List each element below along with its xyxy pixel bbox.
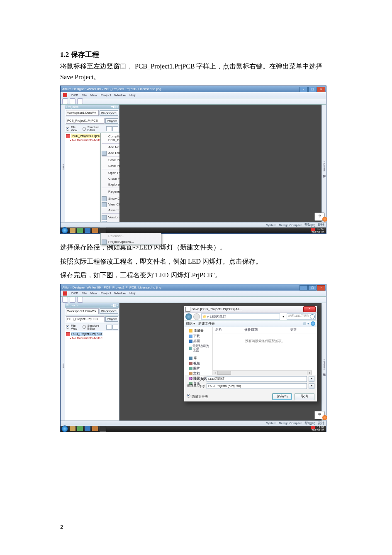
filename-input[interactable]: LED闪烁灯 xyxy=(207,376,307,382)
taskbar-app4-icon[interactable] xyxy=(92,426,98,431)
status-system[interactable]: System xyxy=(266,421,276,425)
col-type[interactable]: 类型 xyxy=(290,328,297,332)
toolbar-save-icon[interactable] xyxy=(77,98,83,104)
menu-help[interactable]: Help xyxy=(129,93,136,97)
side-favorites[interactable]: 收藏夹 xyxy=(193,328,204,333)
nav-back-icon[interactable] xyxy=(185,313,192,320)
status-system[interactable]: System xyxy=(266,223,276,227)
taskbar-altium-icon[interactable] xyxy=(100,426,106,432)
ime-indicator[interactable]: 中 xyxy=(314,411,324,419)
taskbar-word-icon[interactable] xyxy=(85,228,90,233)
workspace-button[interactable]: Workspace xyxy=(100,308,118,314)
taskbar-altium-icon[interactable] xyxy=(100,227,106,233)
help-icon[interactable] xyxy=(311,321,315,326)
radio-structure[interactable] xyxy=(83,325,86,329)
left-dock-strip[interactable]: Files xyxy=(61,303,65,428)
toolbar-open-icon[interactable] xyxy=(70,98,75,104)
menu-project[interactable]: Project xyxy=(101,291,111,295)
dialog-search[interactable]: 搜索 LED闪烁灯 xyxy=(287,313,316,320)
side-downloads[interactable]: 下载 xyxy=(193,334,200,338)
menu-view[interactable]: View xyxy=(90,93,97,97)
toolbar-save-icon[interactable] xyxy=(77,297,83,303)
side-recent[interactable]: 最近访问的位置 xyxy=(192,344,211,352)
menu-dxp[interactable]: DXP xyxy=(71,93,78,97)
system-tray[interactable]: 10:59 2012/11/3 xyxy=(311,227,325,234)
filetype-input[interactable]: PCB Projects (*.PrjPcb) xyxy=(207,383,307,389)
side-picture[interactable]: 图片 xyxy=(193,367,200,371)
scroll-right-icon[interactable]: ▸ xyxy=(307,371,312,375)
right-dock-strip[interactable]: Favorites 剪贴板 xyxy=(321,105,326,229)
dlg-newfolder[interactable]: 新建文件夹 xyxy=(198,322,215,326)
side-library[interactable]: 库 xyxy=(193,356,197,361)
filetype-dropdown-icon[interactable]: ▾ xyxy=(309,383,314,389)
panel-buttons-icon[interactable]: ▾ ◧ × xyxy=(111,303,118,307)
side-document[interactable]: 文档 xyxy=(193,372,200,376)
tree-project-node[interactable]: PCB_Project1.PrjPCB xyxy=(71,134,103,138)
status-design[interactable]: 设计 xyxy=(318,421,324,425)
dialog-filelist[interactable]: 名称 修改日期 类型 没有与搜索条件匹配的项。 ◂ ▸ xyxy=(213,327,317,375)
scroll-thumb[interactable] xyxy=(218,371,231,375)
scroll-left-icon[interactable]: ◂ xyxy=(213,371,218,375)
hide-folders-toggle[interactable]: 隐藏文件夹 xyxy=(187,394,208,399)
panel-buttons-icon[interactable]: ▾ ◧ × xyxy=(111,105,118,109)
project-button[interactable]: Project xyxy=(105,316,118,322)
view-mode-icon[interactable]: ▤ ▾ xyxy=(303,322,309,325)
project-field[interactable]: PCB_Project1.PrjPCB xyxy=(66,118,105,124)
maximize-button[interactable]: ▢ xyxy=(308,87,317,92)
breadcrumb[interactable]: 📁▸ LED闪烁灯 xyxy=(201,313,280,320)
menu-window[interactable]: Window xyxy=(114,93,126,97)
start-button-icon[interactable] xyxy=(61,425,68,432)
close-button[interactable]: × xyxy=(317,285,325,291)
status-design-compiler[interactable]: Design Compiler xyxy=(279,421,302,425)
taskbar-explorer-icon[interactable] xyxy=(70,426,75,431)
panel-tool-2-icon[interactable] xyxy=(112,325,118,330)
col-name[interactable]: 名称 xyxy=(215,328,244,332)
status-design[interactable]: 设计 xyxy=(318,223,324,227)
radio-structure[interactable] xyxy=(83,127,86,131)
maximize-button[interactable]: ▢ xyxy=(308,285,317,291)
radio-file-view[interactable] xyxy=(66,325,69,329)
system-tray[interactable]: 11:01 2012/11/3 xyxy=(311,426,325,432)
menu-window[interactable]: Window xyxy=(114,291,126,295)
side-video[interactable]: 视频 xyxy=(193,362,200,366)
menu-file[interactable]: File xyxy=(81,93,87,97)
taskbar-word-icon[interactable] xyxy=(85,426,90,431)
toolbar-new-icon[interactable] xyxy=(62,297,68,303)
col-date[interactable]: 修改日期 xyxy=(244,328,290,332)
ime-indicator[interactable]: 中 xyxy=(314,213,324,221)
minimize-button[interactable]: - xyxy=(299,87,308,92)
dialog-close-button[interactable]: × xyxy=(303,306,316,312)
menu-help[interactable]: Help xyxy=(129,291,136,295)
start-button-icon[interactable] xyxy=(61,227,68,234)
left-dock-strip[interactable]: Files xyxy=(61,105,65,229)
status-design-compiler[interactable]: Design Compiler xyxy=(279,223,302,227)
dlg-organize[interactable]: 组织 ▾ xyxy=(186,322,195,326)
menu-dxp[interactable]: DXP xyxy=(71,291,78,295)
nav-forward-icon[interactable] xyxy=(193,313,200,320)
cancel-button[interactable]: 取消 xyxy=(295,393,314,400)
taskbar-explorer-icon[interactable] xyxy=(70,228,75,233)
right-dock-strip[interactable]: Favorites 剪贴板 xyxy=(321,303,326,428)
workspace-field[interactable]: Workspace1.DsnWrk xyxy=(66,110,99,116)
hide-folders-radio[interactable] xyxy=(187,394,190,398)
filename-dropdown-icon[interactable]: ▾ xyxy=(309,376,314,382)
minimize-button[interactable]: - xyxy=(299,285,308,291)
menu-project[interactable]: Project xyxy=(101,93,111,97)
radio-file-view[interactable] xyxy=(66,127,69,131)
workspace-button[interactable]: Workspace xyxy=(100,110,118,116)
save-button[interactable]: 保存(S) xyxy=(272,393,292,400)
side-desktop[interactable]: 桌面 xyxy=(193,339,200,343)
project-button[interactable]: Project xyxy=(105,118,118,124)
status-help[interactable]: 帮助(H) xyxy=(304,223,315,227)
close-button[interactable]: × xyxy=(317,87,325,92)
menu-view[interactable]: View xyxy=(90,291,97,295)
workspace-field[interactable]: Workspace1.DsnWrk xyxy=(66,308,99,314)
panel-tool-1-icon[interactable] xyxy=(106,325,112,330)
panel-tool-2-icon[interactable] xyxy=(112,126,118,131)
ctx-project-options[interactable]: Project Options... xyxy=(101,239,161,244)
toolbar-open-icon[interactable] xyxy=(70,297,75,303)
tree-project-node[interactable]: PCB_Project1.PrjPCB xyxy=(71,332,102,336)
taskbar-app2-icon[interactable] xyxy=(77,426,83,431)
project-field[interactable]: PCB_Project1.PrjPCB xyxy=(66,316,105,322)
taskbar-app2-icon[interactable] xyxy=(77,228,83,233)
